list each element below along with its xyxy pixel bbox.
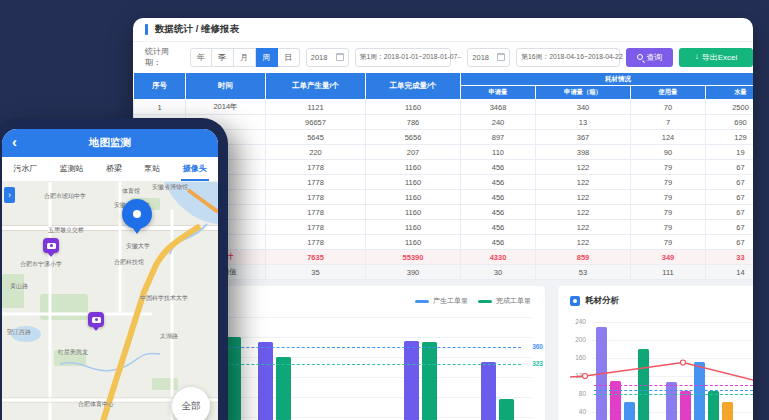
table-cell: 19	[706, 145, 754, 160]
table-cell: 456	[461, 205, 536, 220]
start-week-value: 第1周：2018-01-01~2018-01-07	[360, 52, 458, 62]
table-cell: 390	[366, 265, 461, 280]
table-cell: 53	[536, 265, 631, 280]
table-cell: 122	[536, 190, 631, 205]
map-label: 中国科学技术大学	[140, 294, 188, 303]
table-cell: 2014年	[186, 100, 266, 115]
bar-完成工单量	[276, 357, 291, 420]
map-label: 黄山路	[10, 282, 28, 291]
period-option[interactable]: 季	[212, 48, 234, 67]
camera-marker[interactable]	[43, 238, 59, 253]
table-cell: 897	[461, 130, 536, 145]
bar-产生工单量	[481, 362, 496, 420]
table-cell: 1778	[266, 160, 366, 175]
table-cell: 1160	[366, 190, 461, 205]
reference-line-label: 360	[532, 343, 543, 350]
show-all-button[interactable]: 全部	[172, 387, 210, 420]
table-cell: 7635	[266, 250, 366, 265]
period-option[interactable]: 年	[190, 48, 212, 67]
table-cell: 14	[706, 265, 754, 280]
tab-桥梁[interactable]: 桥梁	[104, 157, 124, 181]
map[interactable]: 合肥市琥珀中学体育馆安徽农业大学安徽省博物馆五里墩立交桥合肥市宁溪小学安徽大学合…	[2, 182, 218, 420]
calendar-icon	[497, 53, 505, 61]
camera-marker[interactable]	[88, 312, 104, 327]
map-expand-button[interactable]: ›	[4, 187, 15, 203]
table-cell: 67	[706, 205, 754, 220]
start-year-select[interactable]: 2018	[306, 48, 349, 67]
table-cell: 110	[461, 145, 536, 160]
col-header: 工单完成量/个	[366, 73, 461, 100]
end-week-select[interactable]: 第16周：2018-04-16~2018-04-22	[516, 48, 620, 67]
table-cell: 79	[631, 190, 706, 205]
table-cell: 207	[366, 145, 461, 160]
table-cell: 1	[134, 100, 186, 115]
map-label: 望江西路	[7, 328, 31, 337]
table-cell: 340	[536, 100, 631, 115]
map-label: 五里墩立交桥	[48, 226, 84, 235]
breadcrumb-accent-bar	[145, 24, 148, 35]
sub-header: 申请量（箱）	[536, 86, 631, 100]
table-cell: 1160	[366, 220, 461, 235]
tab-污水厂[interactable]: 污水厂	[11, 157, 39, 181]
table-cell: 1778	[266, 235, 366, 250]
table-cell: 55390	[366, 250, 461, 265]
table-cell: 124	[631, 130, 706, 145]
camera-icon	[47, 243, 56, 249]
table-cell: 1778	[266, 175, 366, 190]
table-cell: 4330	[461, 250, 536, 265]
table-cell: 456	[461, 190, 536, 205]
bar-产生工单量	[258, 342, 273, 420]
bar-完成工单量	[422, 342, 437, 420]
tab-监测站[interactable]: 监测站	[58, 157, 86, 181]
search-button[interactable]: 查询	[626, 48, 673, 67]
table-cell: 1160	[366, 175, 461, 190]
table-cell: 122	[536, 235, 631, 250]
table-cell: 13	[536, 115, 631, 130]
tab-摄像头[interactable]: 摄像头	[181, 157, 209, 181]
sub-header: 使用量	[631, 86, 706, 100]
table-cell: 79	[631, 160, 706, 175]
table-cell: 2500	[706, 100, 754, 115]
start-week-select[interactable]: 第1周：2018-01-01~2018-01-07	[355, 48, 451, 67]
table-cell: 7	[631, 115, 706, 130]
breadcrumb-row: 数据统计 / 维修报表	[133, 18, 753, 42]
table-cell: 1778	[266, 220, 366, 235]
period-option[interactable]: 周	[256, 48, 278, 67]
table-cell: 67	[706, 220, 754, 235]
filter-row: 统计周期： 年季月周日 2018 第1周：2018-01-01~2018-01-…	[133, 44, 753, 70]
reference-line: 360	[181, 347, 521, 348]
table-cell: 1160	[366, 160, 461, 175]
export-excel-button[interactable]: ↓ 导出Excel	[679, 48, 753, 67]
group-header: 耗材情况	[461, 73, 754, 86]
table-cell: 122	[536, 220, 631, 235]
table-cell: 96657	[266, 115, 366, 130]
camera-icon	[92, 317, 101, 323]
bar-产生工单量	[404, 341, 419, 420]
end-week-value: 第16周：2018-04-16~2018-04-22	[521, 52, 622, 62]
table-cell: 90	[631, 145, 706, 160]
col-header: 工单产生量/个	[266, 73, 366, 100]
map-label: 合肥体育中心	[78, 400, 114, 409]
tab-泵站[interactable]: 泵站	[142, 157, 162, 181]
trend-line	[558, 286, 753, 420]
selected-camera-marker[interactable]	[122, 199, 152, 229]
table-row: 96657786240137690	[134, 115, 754, 130]
end-year-select[interactable]: 2018	[467, 48, 510, 67]
map-label: 合肥市宁溪小学	[20, 260, 62, 269]
table-cell: 1778	[266, 205, 366, 220]
start-year-value: 2018	[311, 53, 328, 62]
table-cell: 67	[706, 235, 754, 250]
table-cell: 30	[461, 265, 536, 280]
table-cell: 33	[706, 250, 754, 265]
map-label: 合肥市琥珀中学	[44, 192, 86, 201]
col-header: 序号	[134, 73, 186, 100]
back-button[interactable]: ‹	[12, 133, 17, 151]
sub-header: 申请量	[461, 86, 536, 100]
period-option[interactable]: 日	[278, 48, 300, 67]
reference-line-label: 323	[532, 360, 543, 367]
table-cell: 456	[461, 220, 536, 235]
phone-tab-bar: 污水厂监测站桥梁泵站摄像头	[2, 157, 218, 182]
table-cell: 122	[536, 175, 631, 190]
period-option[interactable]: 月	[234, 48, 256, 67]
map-label: 太湖路	[160, 332, 178, 341]
